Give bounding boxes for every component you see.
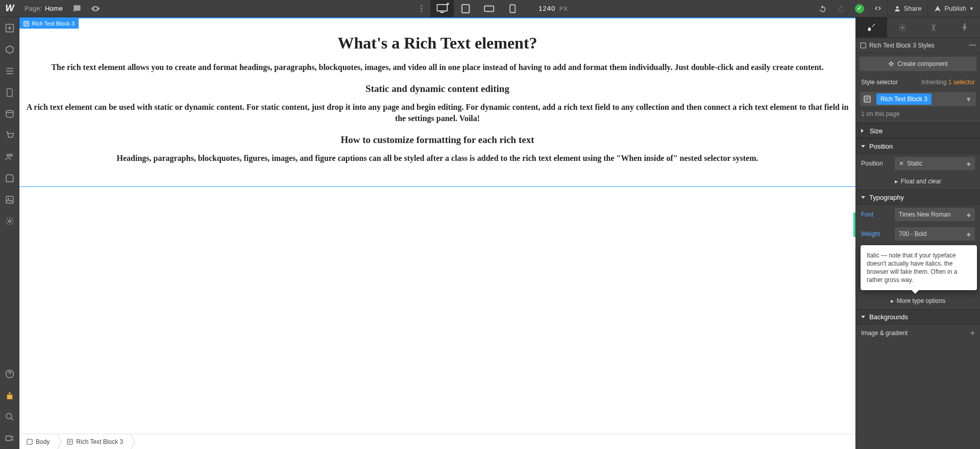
audit-icon[interactable] — [0, 428, 19, 449]
ecommerce-icon[interactable] — [0, 125, 19, 146]
add-background-button[interactable]: + — [970, 328, 975, 338]
section-size[interactable]: Size — [856, 123, 980, 138]
svg-point-10 — [8, 198, 9, 199]
webflow-logo[interactable]: W — [0, 0, 19, 17]
svg-point-15 — [12, 436, 14, 438]
page-name: Home — [45, 5, 63, 12]
settings-icon[interactable] — [0, 210, 19, 232]
publish-button[interactable]: Publish ▼ — [927, 0, 980, 17]
help-icon[interactable] — [0, 363, 19, 385]
tab-style[interactable] — [856, 17, 887, 37]
font-dropdown[interactable]: Times New Roman◆ — [895, 208, 975, 221]
svg-point-16 — [12, 439, 14, 441]
share-button[interactable]: Share — [887, 0, 928, 17]
svg-point-6 — [6, 110, 13, 113]
image-gradient-label: Image & gradient — [861, 329, 908, 337]
canvas-size[interactable]: 1240 PX — [538, 5, 568, 12]
section-position[interactable]: Position — [856, 138, 980, 154]
breadcrumb-body[interactable]: Body — [19, 434, 57, 450]
svg-rect-3 — [484, 6, 494, 11]
pages-icon[interactable] — [0, 82, 19, 103]
svg-rect-1 — [440, 12, 444, 13]
svg-point-11 — [9, 220, 11, 223]
more-type-options[interactable]: ▸More type options — [856, 293, 980, 309]
rte-heading-h2: What's a Rich Text element? — [24, 34, 850, 53]
font-label: Font — [861, 211, 891, 218]
navigator-icon[interactable] — [0, 60, 19, 82]
inheriting-label[interactable]: Inheriting 1 selector — [921, 79, 975, 86]
breakpoint-mobile-landscape[interactable] — [477, 0, 501, 17]
rte-heading-h4: Static and dynamic content editing — [24, 83, 850, 94]
svg-rect-14 — [6, 436, 12, 441]
cms-icon[interactable] — [0, 103, 19, 125]
canvas-width-value: 1240 — [538, 5, 555, 12]
share-label: Share — [904, 5, 922, 12]
publish-label: Publish — [944, 5, 966, 12]
svg-rect-2 — [462, 4, 469, 12]
add-element-icon[interactable] — [0, 17, 19, 39]
tab-effects[interactable] — [918, 17, 949, 37]
svg-rect-9 — [6, 196, 13, 203]
svg-point-13 — [6, 413, 12, 419]
redo-button[interactable] — [832, 0, 850, 17]
page-label: Page: — [24, 5, 42, 12]
undo-button[interactable] — [814, 0, 832, 17]
selector-count: 1 on this page — [856, 108, 980, 123]
breakpoint-tablet[interactable] — [454, 0, 477, 17]
section-backgrounds[interactable]: Backgrounds — [856, 309, 980, 324]
rte-paragraph: A rich text element can be used with sta… — [24, 102, 850, 124]
assets-icon[interactable] — [0, 168, 19, 189]
tab-settings[interactable] — [887, 17, 918, 37]
selector-chip[interactable]: Rich Text Block 3 ▼ — [860, 92, 976, 106]
svg-rect-4 — [510, 5, 515, 12]
status-check[interactable]: ✓ — [850, 0, 869, 17]
search-icon[interactable] — [0, 406, 19, 428]
symbols-icon[interactable] — [0, 39, 19, 60]
float-clear-toggle[interactable]: ▸Float and clear — [856, 173, 980, 190]
section-typography[interactable]: Typography — [856, 190, 980, 205]
italic-tooltip: Italic — note that if your typeface does… — [861, 245, 977, 290]
canvas-width-unit: PX — [559, 6, 568, 12]
tab-interactions[interactable] — [949, 17, 980, 37]
svg-rect-21 — [27, 439, 32, 444]
styles-header-title: Rich Text Block 3 Styles — [869, 42, 966, 49]
image-icon[interactable] — [0, 189, 19, 210]
breadcrumb-rte[interactable]: Rich Text Block 3 — [57, 434, 130, 450]
selector-tag[interactable]: Rich Text Block 3 — [876, 93, 932, 105]
rte-paragraph: Headings, paragraphs, blockquotes, figur… — [24, 153, 850, 164]
position-label: Position — [861, 160, 891, 167]
svg-point-7 — [7, 154, 10, 157]
svg-point-8 — [10, 154, 13, 157]
svg-rect-19 — [861, 43, 866, 48]
style-selector-label: Style selector — [861, 79, 921, 86]
rte-paragraph: The rich text element allows you to crea… — [24, 62, 850, 73]
position-dropdown[interactable]: ✕ Static ◆ — [895, 157, 975, 170]
rich-text-element[interactable]: What's a Rich Text element? The rich tex… — [19, 18, 855, 186]
breakpoint-desktop[interactable]: ★ — [430, 0, 454, 17]
create-component-button[interactable]: Create component — [860, 57, 976, 71]
breakpoint-mobile-portrait[interactable] — [501, 0, 524, 17]
export-code-icon[interactable] — [869, 0, 887, 17]
video-tutorial-icon[interactable] — [0, 385, 19, 406]
canvas-resize-handle[interactable] — [853, 212, 855, 237]
svg-point-18 — [901, 27, 903, 29]
selector-state-caret[interactable]: ▼ — [965, 96, 974, 103]
rte-heading-h4: How to customize formatting for each ric… — [24, 134, 850, 146]
users-icon[interactable] — [0, 146, 19, 168]
weight-dropdown[interactable]: 700 - Bold◆ — [895, 227, 975, 241]
comments-icon[interactable] — [68, 0, 86, 17]
weight-label: Weight — [861, 230, 891, 238]
svg-rect-0 — [437, 4, 447, 11]
preview-icon[interactable] — [86, 0, 105, 17]
page-selector[interactable]: Page: Home — [19, 5, 68, 12]
selector-element-icon[interactable] — [860, 92, 874, 106]
breakpoint-menu-icon[interactable] — [412, 0, 430, 17]
styles-header-menu[interactable]: ••• — [969, 41, 976, 49]
page-canvas[interactable]: Rich Text Block 3 What's a Rich Text ele… — [19, 17, 855, 434]
